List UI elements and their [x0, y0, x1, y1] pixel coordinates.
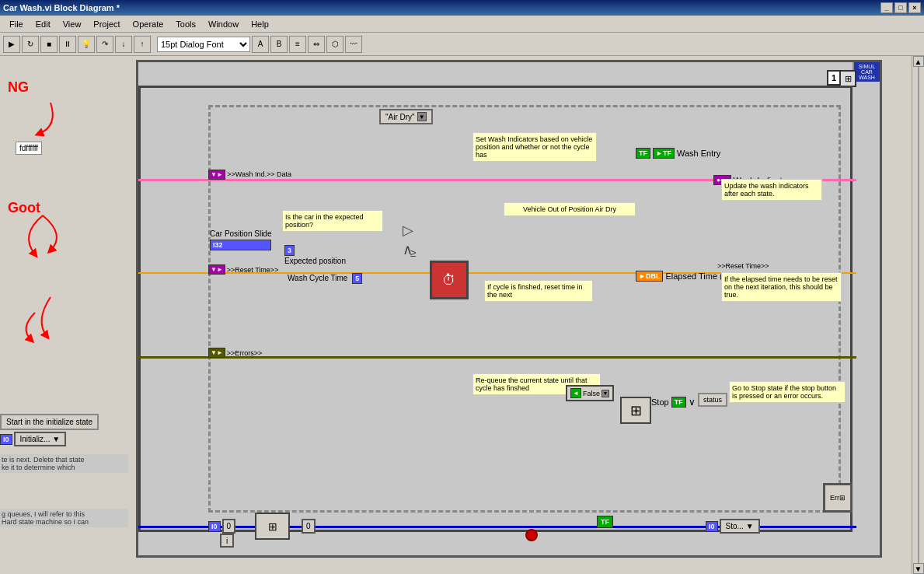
case-structure — [208, 105, 841, 513]
scroll-down-button[interactable]: ▼ — [913, 563, 924, 574]
note-1: te is next. Delete that state ke it to d… — [0, 454, 128, 473]
expected-value: 3 — [284, 245, 295, 256]
menu-file[interactable]: File — [3, 18, 30, 30]
reset-time-left: ▼► >>Reset Time>> — [208, 264, 278, 275]
if-cycle-note: If cycle is finshed, reset time in the n… — [484, 280, 593, 302]
simul-badge: SIMUL CAR WASH — [853, 62, 880, 82]
reorder-button[interactable]: ⬡ — [326, 36, 343, 53]
initialize-enum[interactable]: Initializ... ▼ — [14, 432, 67, 446]
air-dry-enum[interactable]: "Air Dry" ▼ — [379, 109, 433, 124]
i32-terminal-bottom: I0 — [208, 521, 221, 532]
minimize-button[interactable]: _ — [880, 2, 893, 13]
close-button[interactable]: × — [908, 2, 921, 13]
tf-terminal-1: TF — [636, 148, 650, 159]
dbl-terminal: ►DBL — [636, 271, 663, 282]
scroll-track — [918, 67, 919, 563]
toolbar: ▶ ↻ ■ ⏸ 💡 ↷ ↓ ↑ 15pt Dialog Font A B ≡ ⇔… — [0, 33, 924, 56]
go-to-stop-note: Go to Stop state if the stop button is p… — [729, 381, 846, 403]
ng-annotation: NG — [8, 79, 29, 96]
wash-entry-label: Wash Entry — [677, 149, 720, 158]
bundle-node: ⊞ — [620, 397, 651, 424]
title-bar: Car Wash.vi Block Diagram * _ □ × — [0, 0, 924, 16]
menu-view[interactable]: View — [57, 18, 88, 30]
stop-row: Stop TF ∨ — [651, 397, 696, 408]
menu-tools[interactable]: Tools — [169, 18, 202, 30]
window-controls[interactable]: _ □ × — [880, 2, 921, 13]
text-style-button[interactable]: B — [270, 36, 288, 53]
window-title: Car Wash.vi Block Diagram * — [3, 3, 880, 12]
false-dropdown[interactable]: ▼ — [601, 390, 609, 397]
wash-entry-row: TF ►TF Wash Entry — [636, 148, 720, 159]
update-wash-note: Update the wash indicators after each st… — [721, 179, 822, 201]
vehicle-out-note: Vehicle Out of Position Air Dry — [504, 202, 636, 216]
i32-terminal-left: I0 — [0, 434, 12, 445]
run-continuously-button[interactable]: ↻ — [22, 36, 39, 53]
stop-enum-row: I0 Sto... ▼ — [706, 519, 760, 534]
gte-sign: ≥ — [410, 247, 417, 259]
car-position-question-note: Is the car in the expected position? — [282, 210, 383, 232]
initialize-label: Initializ... — [20, 435, 51, 443]
elapsed-note: If the elapsed time needs to be reset on… — [721, 272, 842, 302]
wash-cycle-value: 5 — [352, 273, 362, 284]
text-size-button[interactable]: A — [252, 36, 269, 53]
timer-node: ⏱ — [430, 261, 469, 299]
zero-value: 0 — [222, 519, 236, 534]
font-selector[interactable]: 15pt Dialog Font — [157, 37, 250, 52]
i32-terminal: I32 — [210, 240, 271, 250]
stop-label: Stop — [651, 397, 669, 407]
align-button[interactable]: ≡ — [289, 36, 306, 53]
wash-cycle-time-label: Wash Cycle Time 5 — [288, 274, 362, 282]
main-area: NG fdffffff Goot Start i — [0, 56, 924, 574]
right-scrollbar[interactable]: ▲ ▼ — [912, 56, 924, 574]
run-button[interactable]: ▶ — [3, 36, 20, 53]
status-box: status — [698, 393, 727, 407]
reset-terminal-left: ▼► — [208, 264, 225, 275]
loop-counter-icon: i — [220, 534, 234, 548]
wire-button[interactable]: 〰 — [345, 36, 362, 53]
distribute-button[interactable]: ⇔ — [308, 36, 325, 53]
step-into-button[interactable]: ↓ — [115, 36, 132, 53]
stop-circle — [525, 529, 538, 541]
menu-window[interactable]: Window — [202, 18, 245, 30]
goot-arrow — [4, 212, 82, 274]
note-2: g queues, I will refer to this Hard stat… — [0, 509, 128, 527]
compare-gt: ▷ — [403, 222, 413, 239]
errors-label: ▼► >>Errors>> — [208, 348, 262, 358]
step-out-button[interactable]: ↑ — [134, 36, 151, 53]
car-position-label: Car Position Slide I32 — [210, 229, 271, 250]
left-panel: NG fdffffff Goot Start i — [0, 56, 132, 574]
or-gate: ∨ — [689, 397, 696, 408]
air-dry-dropdown[interactable]: ▼ — [417, 112, 427, 121]
menu-project[interactable]: Project — [87, 18, 126, 30]
stop-tf-terminal: TF — [671, 397, 686, 408]
menu-operate[interactable]: Operate — [127, 18, 170, 30]
fdf-label: fdffffff — [16, 142, 42, 155]
scroll-up-button[interactable]: ▲ — [913, 56, 924, 67]
false-select: ◄ False ▼ — [566, 385, 614, 401]
step-over-button[interactable]: ↷ — [96, 36, 113, 53]
timer-icon: ⏱ — [442, 272, 456, 289]
maximize-button[interactable]: □ — [894, 2, 907, 13]
i32-terminal-sto: I0 — [706, 521, 718, 532]
set-wash-indicators-note: Set Wash Indicators based on vehicle pos… — [472, 132, 597, 162]
tf-terminal-2: ►TF — [653, 148, 675, 159]
context-icon: ⊞ — [839, 70, 856, 87]
i32-node-area: I0 Initializ... ▼ — [0, 432, 66, 446]
diagram: SIMUL CAR WASH 1 ⊞ "Air Dry" ▼ Set Wash … — [136, 60, 882, 558]
start-initialize-note: Start in the initialize state — [0, 414, 99, 430]
highlight-button[interactable]: 💡 — [78, 36, 95, 53]
stop-enum[interactable]: Sto... ▼ — [720, 519, 760, 534]
menu-edit[interactable]: Edit — [30, 18, 57, 30]
wash-ind-label: ▼► >>Wash Ind.>> Data — [208, 170, 291, 180]
false-terminal: ◄ — [570, 388, 581, 398]
extra-arrow — [4, 289, 82, 352]
ng-arrow — [4, 95, 74, 142]
menu-bar: File Edit View Project Operate Tools Win… — [0, 16, 924, 33]
tf-bottom: TF — [597, 516, 613, 528]
canvas: SIMUL CAR WASH 1 ⊞ "Air Dry" ▼ Set Wash … — [132, 56, 912, 574]
menu-help[interactable]: Help — [245, 18, 275, 30]
pause-button[interactable]: ⏸ — [59, 36, 76, 53]
queue-icon: ⊞ — [255, 513, 290, 540]
abort-button[interactable]: ■ — [40, 36, 58, 53]
expected-position-area: 3 Expected position — [284, 245, 346, 265]
